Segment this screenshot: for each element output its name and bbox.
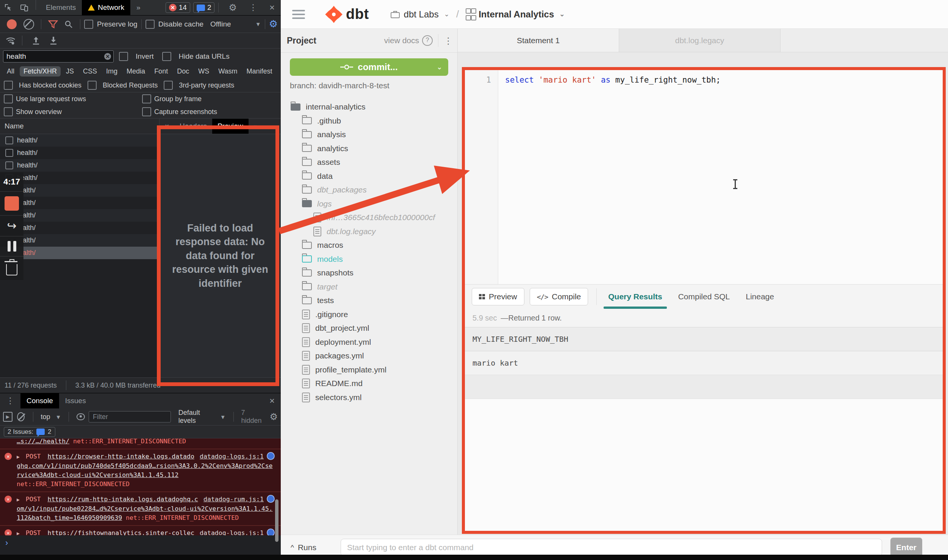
console-prompt[interactable]: › [0,535,281,551]
network-conditions-icon[interactable] [5,36,16,45]
request-row[interactable]: health/ [0,172,159,184]
resource-type-pill[interactable]: Wasm [214,66,241,77]
disable-cache-checkbox[interactable] [145,20,155,29]
hamburger-menu-icon[interactable] [292,8,305,21]
request-row[interactable]: alth/ [0,209,159,222]
has-blocked-cookies-checkbox[interactable] [4,81,13,90]
file-tree-item[interactable]: assets [281,155,457,169]
preview-button[interactable]: Preview [472,288,524,305]
resource-type-pill[interactable]: Doc [173,66,193,77]
file-tree-item[interactable]: dbt.log.legacy [281,225,457,239]
file-tree-item[interactable]: models [281,252,457,266]
request-row[interactable]: health/ [0,134,159,147]
tab-network[interactable]: Network [82,0,130,15]
file-tree-item[interactable]: selectors.yml [281,391,457,405]
device-toolbar-icon[interactable] [17,0,32,15]
inspect-element-icon[interactable] [0,0,17,15]
expand-caret-icon[interactable]: ▶ [17,454,20,460]
throttling-select[interactable]: Offline [210,20,231,28]
console-filter-input[interactable]: Filter [89,411,171,422]
file-tree-item[interactable]: macros [281,238,457,252]
hide-data-urls-checkbox[interactable] [162,52,171,61]
console-settings-icon[interactable]: ⚙ [269,411,278,422]
undo-icon[interactable]: ↪ [7,220,16,232]
account-switcher[interactable]: dbt Labs ⌄ [390,9,449,20]
import-har-icon[interactable] [31,36,41,45]
request-url-link[interactable]: …s://…/health/ [17,438,69,445]
request-url-link[interactable]: https://fishtownanalytics.sinter-collect… [17,529,194,535]
error-source-link[interactable]: datadog-logs.js:1 [200,452,264,461]
resource-type-pill[interactable]: Font [150,66,172,77]
file-tree-item[interactable]: deployment.yml [281,335,457,349]
third-party-checkbox[interactable] [164,81,173,90]
drawer-menu-icon[interactable]: ⋮ [0,393,20,408]
request-row[interactable]: alth/ [0,247,159,259]
request-row[interactable]: health/ [0,147,159,159]
file-tree-item[interactable]: .nf…3665c416bfecb1000000cf [281,211,457,225]
context-select[interactable]: top [41,413,50,421]
pause-recording-button[interactable] [8,241,16,252]
tab-issues[interactable]: Issues [59,393,92,408]
file-tree-item[interactable]: data [281,169,457,183]
commit-dropdown-chevron[interactable]: ⌄ [437,63,442,71]
editor-tab[interactable]: Statement 1 [458,29,619,52]
resource-type-pill[interactable]: Media [123,66,149,77]
results-column-header[interactable]: MY_LIFE_RIGHT_NOW_TBH [465,327,943,351]
preserve-log-checkbox[interactable] [84,20,93,29]
capture-screenshots-checkbox[interactable] [142,107,151,116]
export-har-icon[interactable] [49,36,58,45]
dbt-command-input[interactable]: Start typing to enter a dbt command [341,539,882,556]
file-tree-item[interactable]: packages.yml [281,349,457,363]
project-menu-icon[interactable]: ⋮ [444,39,451,42]
request-checkbox[interactable] [5,161,13,169]
use-large-rows-checkbox[interactable] [4,94,13,103]
console-scrollbar[interactable] [275,499,278,542]
create-live-expression-icon[interactable] [77,413,85,420]
result-tab[interactable]: Compiled SQL [675,285,733,308]
log-levels-select[interactable]: Default levels [178,409,211,425]
error-source-link[interactable]: datadog-rum.js:1 [203,495,264,504]
clear-filter-icon[interactable]: ✕ [104,53,111,60]
code-editor[interactable]: 1 select 'mario kart' as my_life_right_n… [465,70,943,284]
invert-checkbox[interactable] [119,52,128,61]
name-column-header[interactable]: Name [0,119,159,134]
issues-badge[interactable]: 2 [193,2,215,13]
console-error-message[interactable]: ✕ datadog-logs.js:1 ▶ POST https://fisht… [0,526,281,535]
file-tree-item[interactable]: dbt_project.yml [281,321,457,335]
hidden-messages-count[interactable]: 7 hidden [241,409,262,425]
request-row[interactable]: alth/ [0,234,159,247]
request-row[interactable]: alth/ [0,197,159,209]
request-row[interactable]: health/ [0,159,159,172]
network-filter-input[interactable]: health ✕ [3,50,114,63]
stop-recording-button[interactable] [5,196,19,211]
file-tree-item[interactable]: snapshots [281,266,457,280]
devtools-close-icon[interactable]: × [263,0,281,15]
file-tree-item[interactable]: .github [281,114,457,128]
console-error-message[interactable]: ✕ datadog-rum.js:1 ▶ POST https://rum-ht… [0,492,281,526]
resource-type-pill[interactable]: Manifest [243,66,276,77]
expand-caret-icon[interactable]: ▶ [17,530,20,535]
file-tree-item[interactable]: README.md [281,377,457,391]
resource-type-pill[interactable]: All [3,66,18,77]
file-tree-item[interactable]: target [281,280,457,294]
resource-type-pill[interactable]: Fetch/XHR [20,66,61,77]
file-tree-item[interactable]: profile_template.yml [281,363,457,377]
runs-toggle[interactable]: ^ Runs [291,543,316,552]
results-cell[interactable]: mario kart [465,351,943,375]
editor-tab[interactable]: dbt.log.legacy [619,29,781,52]
devtools-settings-icon[interactable]: ⚙ [222,0,243,15]
resource-type-pill[interactable]: WS [194,66,213,77]
search-icon[interactable] [64,20,73,29]
console-error-message[interactable]: ✕ datadog-logs.js:1 ▶ POST https://brows… [0,449,281,492]
console-errors-badge[interactable]: ✕ 14 [166,2,190,13]
result-tab[interactable]: Lineage [743,285,777,308]
request-row[interactable]: alth/ [0,222,159,234]
tab-elements[interactable]: Elements [40,0,82,15]
request-row[interactable]: alth/ [0,184,159,197]
expand-caret-icon[interactable]: ▶ [17,497,20,502]
close-drawer-icon[interactable]: × [263,393,281,408]
commit-button[interactable]: commit... ⌄ [290,58,448,76]
console-sidebar-toggle-icon[interactable]: ▶ [3,412,13,422]
console-error-message[interactable]: ✕ ▶ …s://…/health/ net::ERR_INTERNET_DIS… [0,438,281,449]
file-tree-item[interactable]: tests [281,294,457,308]
